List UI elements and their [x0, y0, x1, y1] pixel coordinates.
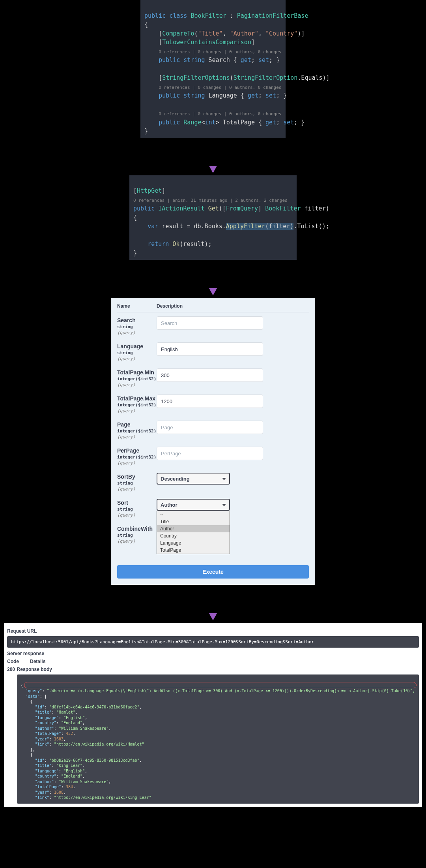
param-page: Page integer($int32) (query) — [117, 421, 309, 440]
server-response-label: Server response — [7, 651, 419, 656]
swagger-panel: Name Description Search string (query) L… — [111, 298, 315, 585]
sortby-select[interactable]: Descending — [157, 473, 230, 485]
totalpage-max-input[interactable] — [157, 395, 263, 408]
execute-button[interactable]: Execute — [117, 565, 309, 579]
param-sortby: SortBy string (query) Descending — [117, 473, 309, 492]
param-language: Language string (query) — [117, 342, 309, 361]
param-totalpage-min: TotalPage.Min integer($int32) (query) — [117, 368, 309, 387]
param-totalpage-max: TotalPage.Max integer($int32) (query) — [117, 395, 309, 413]
request-url: https://localhost:5001/api/Books?Languag… — [7, 636, 419, 648]
code-block-1: public class BookFilter : PaginationFilt… — [140, 0, 286, 138]
svg-marker-3 — [209, 288, 217, 295]
query-highlight-box — [24, 682, 417, 688]
perpage-input[interactable] — [157, 447, 263, 460]
sort-option-title[interactable]: Title — [157, 518, 230, 525]
sort-option-country[interactable]: Country — [157, 532, 230, 539]
sort-option-author[interactable]: Author — [157, 525, 230, 532]
response-panel: Request URL https://localhost:5001/api/B… — [4, 623, 422, 807]
svg-marker-1 — [209, 166, 217, 173]
header-name: Name — [117, 303, 157, 309]
request-url-label: Request URL — [7, 628, 419, 634]
sort-dropdown: -- Title Author Country Language TotalPa… — [157, 511, 230, 554]
code-block-2: [HttpGet] 0 references | enisn, 31 minut… — [129, 175, 297, 260]
code-column-header: Code — [7, 659, 30, 664]
arrow-3 — [0, 585, 426, 623]
sort-option-none[interactable]: -- — [157, 511, 230, 518]
swagger-header: Name Description — [117, 303, 309, 312]
arrow-1 — [0, 138, 426, 175]
sort-option-language[interactable]: Language — [157, 539, 230, 547]
totalpage-min-input[interactable] — [157, 368, 263, 382]
search-input[interactable] — [157, 316, 263, 330]
response-body-label: Response body — [17, 667, 419, 672]
param-sort: Sort string (query) Author -- Title Auth… — [117, 499, 309, 518]
header-description: Description — [157, 303, 183, 309]
arrow-2 — [0, 260, 426, 298]
sort-select[interactable]: Author — [157, 499, 230, 511]
response-body: { "query": ".Where(x => (x.Language.Equa… — [17, 674, 419, 804]
sort-option-totalpage[interactable]: TotalPage — [157, 547, 230, 554]
response-code: 200 — [7, 667, 17, 804]
page-input[interactable] — [157, 421, 263, 434]
param-search: Search string (query) — [117, 316, 309, 335]
details-column-header: Details — [30, 659, 45, 664]
svg-marker-5 — [209, 613, 217, 620]
language-input[interactable] — [157, 342, 263, 356]
param-perpage: PerPage integer($int32) (query) — [117, 447, 309, 466]
